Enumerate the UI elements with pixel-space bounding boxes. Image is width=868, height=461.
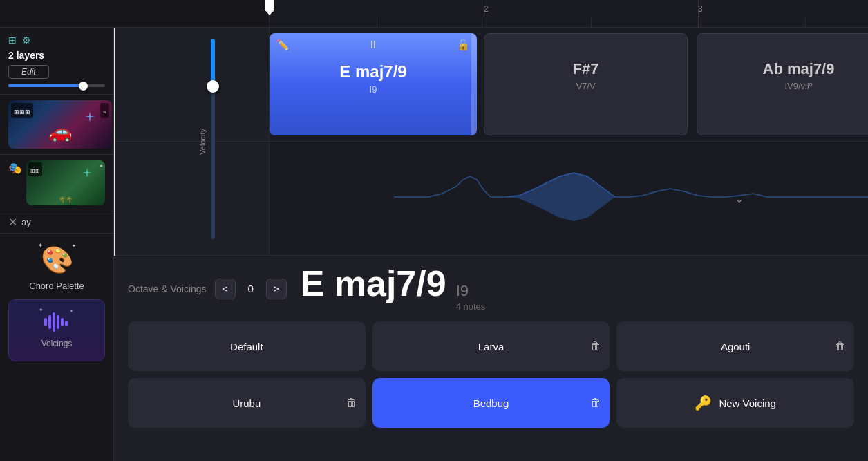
layer-1-thumbnail: ⊞⊞⊞ ≡ 🚗 xyxy=(8,100,112,149)
volume-slider[interactable] xyxy=(8,84,105,87)
track-content-1: ✏️ ⏸ 🔓 E maj7/9 I9 xyxy=(270,28,868,141)
ruler-mark-3: 3 xyxy=(698,4,703,14)
urubu-delete-icon[interactable]: 🗑 xyxy=(346,397,357,409)
velocity-label: Velocity xyxy=(198,129,207,155)
chord-block-ab[interactable]: Ab maj7/9 IV9/viiº xyxy=(697,33,868,135)
layer-1-item: ⊞⊞⊞ ≡ 🚗 xyxy=(0,95,113,155)
svg-rect-2 xyxy=(53,312,55,332)
edit-button[interactable]: Edit xyxy=(8,65,49,79)
chord-f7-numeral: V7/V xyxy=(491,81,680,91)
chord-save-icon[interactable]: 🔓 xyxy=(457,39,470,51)
larva-delete-icon[interactable]: 🗑 xyxy=(590,340,601,352)
chord-block-name: E maj7/9 xyxy=(276,62,470,82)
chord-block-f7[interactable]: F#7 V7/V xyxy=(484,33,688,135)
voicing-bedbug-button[interactable]: Bedbug 🗑 xyxy=(372,378,610,428)
waveform xyxy=(394,156,868,238)
layers-icon: ⊞ xyxy=(8,35,17,46)
chord-notes-count: 4 notes xyxy=(456,301,486,312)
chord-block-active[interactable]: ✏️ ⏸ 🔓 E maj7/9 I9 xyxy=(270,33,477,135)
chord-ab-numeral: IV9/viiº xyxy=(704,81,868,91)
octave-value: 0 xyxy=(238,283,263,294)
track-row-1: ✏️ ⏸ 🔓 E maj7/9 I9 xyxy=(114,28,868,142)
octave-voicings-label: Octave & Voicings xyxy=(128,283,207,294)
chord-edit-icon[interactable]: ✏️ xyxy=(276,39,290,51)
layer-name: ay xyxy=(21,217,31,227)
voicing-urubu-button[interactable]: Urubu 🗑 xyxy=(128,378,366,428)
palette-icon: 🎨 xyxy=(41,245,73,274)
velocity-track[interactable] xyxy=(211,39,215,239)
chord-block-numeral: I9 xyxy=(276,84,470,95)
velocity-thumb[interactable] xyxy=(207,80,219,93)
chord-resize-right[interactable] xyxy=(471,33,477,135)
new-voicing-button[interactable]: 🔑 New Voicing xyxy=(616,378,854,428)
track-row-2: ⌄ xyxy=(114,142,868,256)
chord-palette-label: Chord Palette xyxy=(29,281,84,291)
bedbug-delete-icon[interactable]: 🗑 xyxy=(590,397,601,409)
chord-info: E maj7/9 I9 4 notes xyxy=(301,265,486,312)
bottom-panel: Octave & Voicings < 0 > E maj7/9 I9 4 no… xyxy=(114,256,868,461)
svg-rect-0 xyxy=(44,318,47,326)
sidebar: ⊞ ⚙ 2 layers Edit ⊞⊞⊞ ≡ xyxy=(0,28,114,461)
chord-numeral-display: I9 xyxy=(456,282,486,300)
svg-rect-4 xyxy=(61,318,64,326)
svg-rect-1 xyxy=(48,315,51,329)
chord-f7-name: F#7 xyxy=(491,60,680,78)
octave-controls: < 0 > xyxy=(215,279,287,299)
layer-2-icon: 🎭 xyxy=(8,162,22,175)
velocity-section: Velocity xyxy=(196,28,223,256)
chord-ab-name: Ab maj7/9 xyxy=(704,60,868,78)
voicings-label: Voicings xyxy=(41,339,73,348)
chord-palette-section: 🎨 ✦ ✦ Chord Palette ✦ ✦ xyxy=(0,234,113,461)
layer-2-item: 🎭 ⊞⊞ ≡ 🌴🌴 xyxy=(0,155,113,211)
layer-2-thumbnail: ⊞⊞ ≡ 🌴🌴 xyxy=(26,160,105,205)
svg-rect-3 xyxy=(57,315,59,329)
expand-button[interactable]: ⌄ xyxy=(735,192,744,205)
octave-next-button[interactable]: > xyxy=(266,279,287,299)
ruler-mark-2: 2 xyxy=(484,4,489,14)
octave-prev-button[interactable]: < xyxy=(215,279,236,299)
track-content-2: ⌄ xyxy=(270,142,868,255)
voicings-button[interactable]: ✦ ✦ Voicings xyxy=(8,299,105,361)
voicing-larva-button[interactable]: Larva 🗑 xyxy=(372,321,610,371)
pause-icon[interactable]: ⏸ xyxy=(368,39,379,51)
voicing-grid: Default Larva 🗑 Agouti 🗑 Urubu xyxy=(128,321,854,428)
agouti-delete-icon[interactable]: 🗑 xyxy=(835,340,846,352)
voicing-default-button[interactable]: Default xyxy=(128,321,366,371)
new-voicing-icon: 🔑 xyxy=(695,395,712,411)
svg-rect-5 xyxy=(65,321,68,326)
voicing-agouti-button[interactable]: Agouti 🗑 xyxy=(616,321,854,371)
settings-icon: ⚙ xyxy=(22,35,31,46)
chord-main-name: E maj7/9 xyxy=(301,265,446,301)
close-icon[interactable]: ✕ xyxy=(8,216,17,229)
layers-count: 2 layers xyxy=(8,50,44,61)
layers-section: ⊞ ⚙ 2 layers Edit xyxy=(0,28,113,95)
